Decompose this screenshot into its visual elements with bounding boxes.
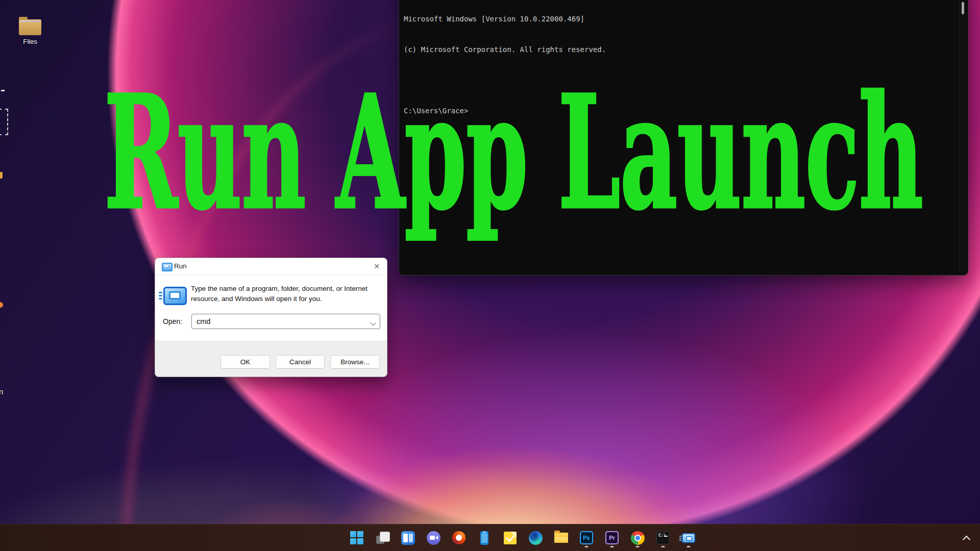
chevron-up-icon [963, 536, 971, 544]
edge-icon [529, 531, 543, 545]
taskbar-file-explorer-button[interactable] [553, 527, 569, 549]
taskbar: Ps Pr C:\ [0, 524, 980, 551]
taskbar-command-prompt-button[interactable]: C:\ [655, 527, 671, 549]
taskbar-widgets-button[interactable] [400, 527, 415, 549]
sticky-notes-icon [504, 532, 517, 544]
taskbar-photoshop-button[interactable]: Ps [579, 527, 594, 549]
taskbar-chrome-button[interactable] [630, 527, 645, 549]
partial-desktop-icon-label: n [0, 387, 3, 396]
ok-button[interactable]: OK [220, 355, 270, 369]
taskbar-chat-button[interactable] [426, 527, 441, 549]
widgets-icon [401, 531, 415, 545]
premiere-pro-icon: Pr [605, 531, 619, 544]
dialog-titlebar[interactable]: Run ✕ [155, 258, 387, 275]
taskbar-icons: Ps Pr C:\ [349, 524, 696, 551]
close-button[interactable]: ✕ [371, 261, 383, 272]
taskbar-office-button[interactable] [451, 527, 467, 549]
terminal-scrollbar-track[interactable] [959, 1, 966, 271]
photoshop-icon: Ps [580, 531, 593, 544]
dialog-title: Run [174, 262, 187, 270]
run-dialog: Run ✕ Type the name of a program, folder… [155, 258, 387, 377]
partial-desktop-icon [1, 90, 5, 91]
run-dialog-icon [163, 287, 187, 305]
cancel-button[interactable]: Cancel [276, 355, 325, 369]
taskbar-run-button[interactable] [681, 527, 696, 549]
terminal-line-copyright: (c) Microsoft Corporation. All rights re… [404, 44, 955, 55]
open-input[interactable] [191, 314, 380, 329]
taskbar-start-button[interactable] [349, 527, 364, 549]
show-hidden-icons-button[interactable] [959, 524, 974, 551]
desktop-icon-files[interactable]: Files [13, 19, 47, 45]
desktop-screen: Files n Microsoft Windows [Version 10.0.… [0, 0, 980, 551]
taskbar-sticky-notes-button[interactable] [502, 527, 518, 549]
start-icon [350, 531, 363, 544]
chat-icon [427, 531, 440, 545]
folder-icon [19, 19, 41, 35]
taskbar-phone-link-button[interactable] [477, 527, 492, 549]
partial-desktop-icon [0, 172, 3, 179]
taskbar-premiere-pro-button[interactable]: Pr [604, 527, 620, 549]
task-view-icon [376, 531, 389, 545]
video-title-overlay: Run App Launch [104, 75, 923, 231]
run-icon [162, 263, 173, 271]
selection-rectangle [0, 109, 8, 135]
taskbar-task-view-button[interactable] [375, 527, 390, 549]
desktop-icon-label: Files [13, 38, 47, 45]
run-app-icon [682, 533, 695, 543]
taskbar-edge-button[interactable] [528, 527, 543, 549]
phone-link-icon [480, 531, 488, 545]
file-explorer-icon [554, 533, 568, 543]
open-label: Open: [163, 317, 182, 325]
browse-button[interactable]: Browse... [330, 355, 380, 369]
dialog-footer: OK Cancel Browse... [155, 341, 387, 377]
command-prompt-icon: C:\ [656, 531, 670, 544]
dialog-description: Type the name of a program, folder, docu… [191, 284, 386, 304]
close-icon: ✕ [374, 262, 380, 270]
terminal-line-clipped: Microsoft Windows [Version 10.0.22000.46… [404, 14, 955, 24]
terminal-scrollbar-thumb[interactable] [962, 2, 964, 14]
office-icon [452, 531, 465, 544]
chrome-icon [631, 531, 645, 545]
